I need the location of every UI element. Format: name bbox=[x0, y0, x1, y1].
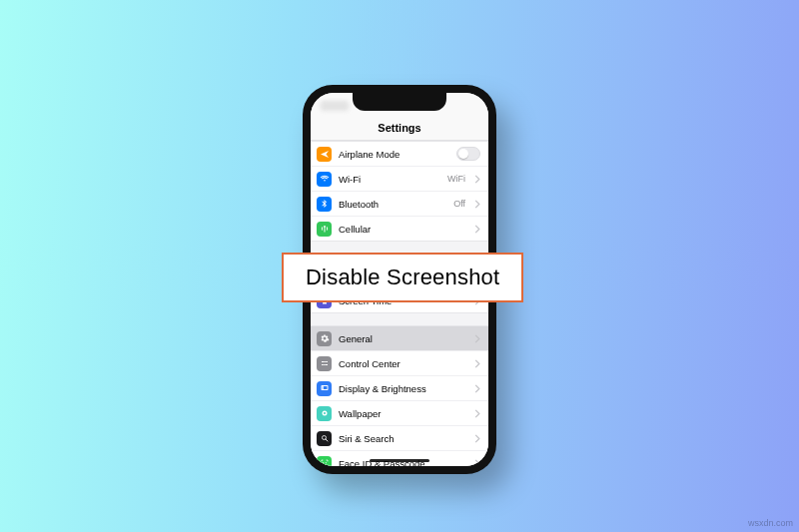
settings-group-connectivity: Airplane Mode Wi-Fi WiFi Bluetooth Off bbox=[311, 141, 488, 242]
chevron-right-icon bbox=[474, 175, 480, 184]
chevron-right-icon bbox=[474, 200, 480, 209]
gear-icon bbox=[317, 331, 332, 346]
search-icon bbox=[317, 431, 332, 446]
row-label: General bbox=[339, 333, 467, 344]
chevron-right-icon bbox=[474, 384, 480, 393]
watermark: wsxdn.com bbox=[748, 518, 793, 528]
row-detail: Off bbox=[453, 199, 465, 209]
svg-point-11 bbox=[323, 412, 325, 414]
chevron-right-icon bbox=[474, 334, 480, 343]
settings-list[interactable]: Airplane Mode Wi-Fi WiFi Bluetooth Off bbox=[311, 141, 488, 466]
svg-line-13 bbox=[326, 439, 328, 441]
row-wallpaper[interactable]: Wallpaper bbox=[311, 400, 488, 425]
row-faceid-passcode[interactable]: Face ID & Passcode bbox=[311, 450, 488, 466]
canvas: Settings Airplane Mode Wi-Fi WiFi bbox=[0, 0, 799, 532]
row-cellular[interactable]: Cellular bbox=[311, 216, 488, 241]
airplane-icon bbox=[317, 147, 332, 162]
sliders-icon bbox=[317, 356, 332, 371]
airplane-toggle[interactable] bbox=[456, 147, 480, 161]
row-label: Wallpaper bbox=[339, 408, 467, 419]
row-label: Wi-Fi bbox=[339, 174, 440, 185]
chevron-right-icon bbox=[474, 225, 480, 234]
home-indicator[interactable] bbox=[370, 459, 429, 462]
row-siri-search[interactable]: Siri & Search bbox=[311, 425, 488, 450]
row-airplane-mode[interactable]: Airplane Mode bbox=[311, 142, 488, 166]
row-label: Airplane Mode bbox=[339, 149, 449, 160]
svg-point-14 bbox=[323, 462, 324, 463]
settings-group-general: General Control Center Display & Brightn… bbox=[311, 325, 488, 466]
row-control-center[interactable]: Control Center bbox=[311, 350, 488, 375]
row-display-brightness[interactable]: Display & Brightness bbox=[311, 375, 488, 400]
chevron-right-icon bbox=[474, 459, 480, 467]
row-label: Bluetooth bbox=[339, 199, 446, 210]
wallpaper-icon bbox=[317, 406, 332, 421]
page-title: Settings bbox=[311, 119, 488, 141]
antenna-icon bbox=[317, 222, 332, 237]
row-general[interactable]: General bbox=[311, 326, 488, 350]
phone-notch bbox=[353, 93, 446, 111]
svg-point-15 bbox=[325, 462, 326, 463]
chevron-right-icon bbox=[474, 434, 480, 443]
row-label: Siri & Search bbox=[339, 433, 467, 444]
bluetooth-icon bbox=[317, 197, 332, 212]
overlay-text: Disable Screenshot bbox=[306, 265, 499, 289]
row-detail: WiFi bbox=[447, 174, 465, 184]
chevron-right-icon bbox=[474, 409, 480, 418]
row-wifi[interactable]: Wi-Fi WiFi bbox=[311, 166, 488, 191]
faceid-icon bbox=[317, 456, 332, 467]
row-label: Display & Brightness bbox=[339, 383, 467, 394]
overlay-label: Disable Screenshot bbox=[282, 253, 523, 302]
svg-rect-9 bbox=[322, 386, 323, 389]
wifi-icon bbox=[317, 172, 332, 187]
chevron-right-icon bbox=[474, 359, 480, 368]
carrier-blur bbox=[321, 101, 349, 111]
row-label: Control Center bbox=[339, 358, 467, 369]
row-label: Cellular bbox=[339, 224, 467, 235]
brightness-icon bbox=[317, 381, 332, 396]
row-bluetooth[interactable]: Bluetooth Off bbox=[311, 191, 488, 216]
